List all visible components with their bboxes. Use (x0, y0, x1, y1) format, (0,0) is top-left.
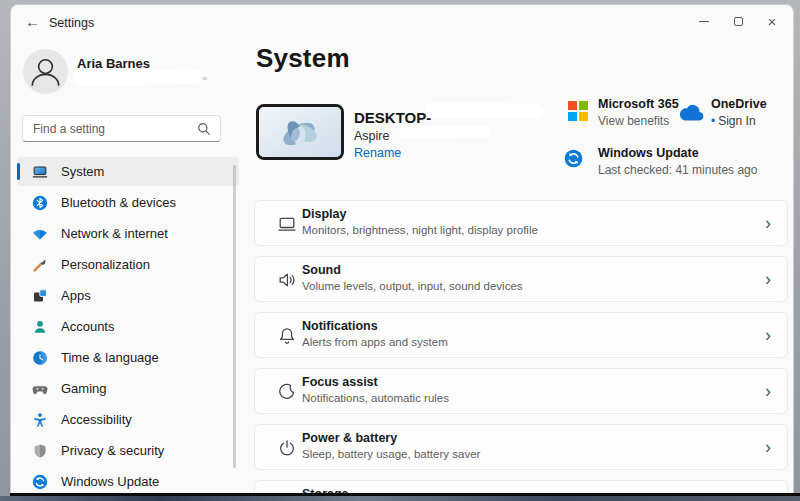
card-title: Power & battery (302, 431, 397, 445)
card-notifications[interactable]: Notifications Alerts from apps and syste… (254, 312, 788, 358)
sidebar-item-label: Apps (61, 288, 91, 303)
device-model: Aspire (354, 129, 389, 143)
sidebar-item-bluetooth-devices[interactable]: Bluetooth & devices (17, 188, 239, 217)
sidebar-scrollbar[interactable] (233, 165, 236, 468)
system-icon (32, 164, 48, 180)
page-title: System (256, 43, 350, 74)
focus-assist-icon (277, 382, 297, 402)
sidebar-item-privacy-security[interactable]: Privacy & security (17, 436, 239, 465)
card-focus-assist[interactable]: Focus assist Notifications, automatic ru… (254, 368, 788, 414)
window-title: Settings (49, 16, 94, 30)
windows-update-icon (32, 474, 48, 490)
sidebar-item-accounts[interactable]: Accounts (17, 312, 239, 341)
accessibility-icon (32, 412, 48, 428)
sidebar-item-label: Bluetooth & devices (61, 195, 176, 210)
onedrive-title: OneDrive (711, 97, 767, 111)
ms-square-blue (568, 112, 577, 121)
card-sound[interactable]: Sound Volume levels, output, input, soun… (254, 256, 788, 302)
avatar[interactable] (23, 49, 68, 94)
windows-update-title: Windows Update (598, 146, 699, 160)
microsoft-logo-icon (568, 101, 588, 121)
email-redaction-scribble (73, 69, 203, 87)
device-thumbnail (256, 104, 344, 160)
card-title: Notifications (302, 319, 378, 333)
sidebar-item-system[interactable]: System (17, 157, 239, 186)
bullet-icon: • (711, 114, 715, 128)
ms-square-red (568, 101, 577, 110)
sidebar-item-label: System (61, 164, 104, 179)
sidebar-item-apps[interactable]: Apps (17, 281, 239, 310)
ms-square-green (579, 101, 588, 110)
card-title: Sound (302, 263, 341, 277)
sidebar-item-time-language[interactable]: Time & language (17, 343, 239, 372)
maximize-button[interactable] (721, 9, 755, 33)
sidebar-item-label: Windows Update (61, 474, 159, 489)
onedrive-sign-in-link[interactable]: •Sign In (711, 114, 756, 128)
sidebar-item-label: Accounts (61, 319, 114, 334)
sidebar-item-personalization[interactable]: Personalization (17, 250, 239, 279)
rename-link[interactable]: Rename (354, 146, 401, 160)
time-language-icon (32, 350, 48, 366)
search-icon[interactable] (197, 122, 211, 136)
device-name-redaction-scribble (426, 102, 544, 118)
card-description: Monitors, brightness, night light, displ… (302, 224, 538, 236)
search-box[interactable] (22, 115, 221, 142)
card-storage[interactable]: Storage › (254, 480, 788, 493)
maximize-icon (734, 17, 743, 26)
back-arrow-icon[interactable]: ← (25, 13, 40, 30)
sign-in-label: Sign In (718, 114, 755, 128)
onedrive-cloud-icon (678, 104, 705, 126)
card-display[interactable]: Display Monitors, brightness, night ligh… (254, 200, 788, 246)
sidebar-item-accessibility[interactable]: Accessibility (17, 405, 239, 434)
windows-update-status-icon (564, 149, 583, 168)
view-benefits-link[interactable]: View benefits (598, 114, 669, 128)
card-title: Display (302, 207, 346, 221)
sidebar-nav: System Bluetooth & devices Network & int… (17, 157, 239, 493)
card-power-battery[interactable]: Power & battery Sleep, battery usage, ba… (254, 424, 788, 470)
minimize-icon (699, 21, 709, 22)
chevron-right-icon: › (765, 213, 771, 234)
ms-square-yellow (579, 112, 588, 121)
chevron-right-icon: › (765, 325, 771, 346)
window-controls: × (687, 9, 789, 33)
device-model-redaction-scribble (399, 125, 491, 139)
close-icon: × (768, 14, 777, 29)
sidebar-item-gaming[interactable]: Gaming (17, 374, 239, 403)
sidebar-item-label: Privacy & security (61, 443, 164, 458)
card-title: Focus assist (302, 375, 378, 389)
sidebar-item-network-internet[interactable]: Network & internet (17, 219, 239, 248)
minimize-button[interactable] (687, 9, 721, 33)
microsoft365-title: Microsoft 365 (598, 97, 679, 111)
card-description: Volume levels, output, input, sound devi… (302, 280, 523, 292)
shield-icon (32, 443, 48, 459)
bloom-wallpaper (259, 107, 341, 157)
display-icon (277, 214, 297, 234)
personalization-icon (32, 257, 48, 273)
selected-accent-bar (17, 163, 20, 180)
sidebar-item-label: Network & internet (61, 226, 168, 241)
chevron-right-icon: › (765, 381, 771, 402)
sidebar-item-windows-update[interactable]: Windows Update (17, 467, 239, 493)
sidebar-item-label: Accessibility (61, 412, 132, 427)
desktop-taskbar-sliver (0, 496, 800, 501)
chevron-right-icon: › (765, 437, 771, 458)
power-icon (277, 438, 297, 458)
bluetooth-icon (32, 195, 48, 211)
sidebar-item-label: Personalization (61, 257, 150, 272)
person-icon (23, 49, 68, 95)
user-name: Aria Barnes (77, 56, 150, 71)
accounts-icon (32, 319, 48, 335)
sound-icon (277, 270, 297, 290)
chevron-right-icon: › (765, 269, 771, 290)
last-checked-text: Last checked: 41 minutes ago (598, 163, 757, 177)
sidebar-item-label: Gaming (61, 381, 107, 396)
close-button[interactable]: × (755, 9, 789, 33)
gaming-icon (32, 381, 48, 397)
sidebar-item-label: Time & language (61, 350, 159, 365)
settings-window: ← Settings × Aria Barnes (10, 4, 794, 493)
card-description: Notifications, automatic rules (302, 392, 449, 404)
search-input[interactable] (23, 122, 197, 136)
device-name: DESKTOP- (354, 109, 431, 126)
card-description: Alerts from apps and system (302, 336, 448, 348)
apps-icon (32, 288, 48, 304)
